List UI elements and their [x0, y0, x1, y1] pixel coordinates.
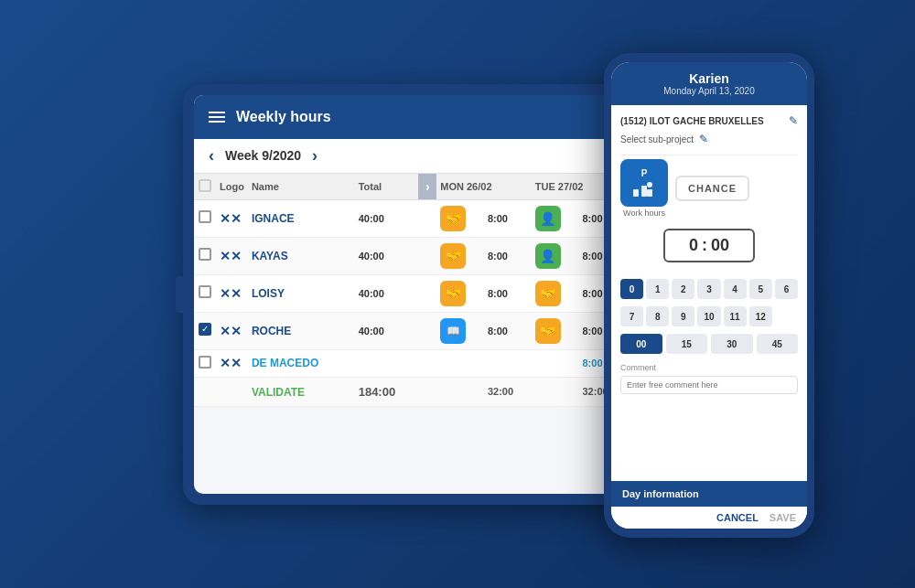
- hours-digit: 0: [689, 236, 698, 255]
- name-loisy: LOISY: [248, 274, 355, 312]
- hour-btn-0[interactable]: 0: [620, 279, 643, 299]
- tue-icon-ignace[interactable]: 👤: [535, 206, 561, 231]
- svg-rect-0: [633, 189, 639, 197]
- total-kayas: 40:00: [355, 237, 419, 274]
- expand-col[interactable]: ›: [418, 174, 436, 200]
- logo-kayas: ✕✕: [220, 249, 242, 263]
- row-checkbox-demacedo[interactable]: [199, 356, 211, 369]
- subproject-edit-icon[interactable]: ✎: [699, 133, 708, 145]
- logo-loisy: ✕✕: [220, 286, 242, 301]
- logo-ignace: ✕✕: [220, 211, 242, 226]
- hour-btn-3[interactable]: 3: [697, 279, 720, 299]
- minutes-digit: 00: [711, 236, 729, 255]
- phone-user-name: Karien: [622, 71, 796, 86]
- mon-hours-loisy: 8:00: [484, 274, 532, 312]
- tablet-header-left: Weekly hours: [209, 109, 331, 125]
- hour-btn-5[interactable]: 5: [749, 279, 772, 299]
- mon-icon-kayas[interactable]: 🤝: [440, 243, 466, 269]
- min-btn-15[interactable]: 15: [666, 334, 708, 354]
- min-btn-45[interactable]: 45: [757, 334, 799, 354]
- mon-hours-kayas: 8:00: [484, 237, 532, 274]
- next-week-button[interactable]: ›: [312, 146, 318, 166]
- name-roche: ROCHE: [248, 312, 355, 349]
- phone-header: Karien Monday April 13, 2020: [611, 62, 807, 105]
- hour-btn-1[interactable]: 1: [646, 279, 669, 299]
- chance-button[interactable]: CHANCE: [675, 176, 749, 201]
- hour-btn-10[interactable]: 10: [697, 306, 720, 326]
- hour-btn-9[interactable]: 9: [672, 306, 694, 326]
- hour-btn-12[interactable]: 12: [749, 306, 772, 326]
- tue-ignace: 👤: [535, 206, 576, 231]
- mon-hours-ignace: 8:00: [484, 199, 532, 237]
- mon-icon-loisy[interactable]: 🤝: [440, 281, 466, 306]
- name-demacedo: DE MACEDO: [248, 349, 355, 377]
- row-checkbox-ignace[interactable]: [199, 210, 211, 223]
- total-ignace: 40:00: [355, 199, 419, 237]
- hour-btn-6[interactable]: 6: [775, 279, 798, 299]
- logo-demacedo: ✕✕: [220, 356, 242, 370]
- minutes-pad: 00 15 30 45: [620, 334, 798, 354]
- save-button[interactable]: SAVE: [770, 512, 796, 523]
- tablet-side-button: [176, 276, 183, 313]
- validate-button[interactable]: VALIDATE: [252, 386, 305, 399]
- total-loisy: 40:00: [355, 274, 419, 312]
- phone-date: Monday April 13, 2020: [622, 86, 796, 96]
- mon-header: MON 26/02: [436, 174, 532, 200]
- tue-icon-roche[interactable]: 🤝: [535, 318, 561, 344]
- row-checkbox-kayas[interactable]: [199, 248, 211, 261]
- cancel-button[interactable]: CANCEL: [716, 512, 759, 523]
- project-name: (1512) ILOT GACHE BRUXELLES: [620, 116, 764, 126]
- phone-actions: CANCEL SAVE: [611, 507, 807, 529]
- total-roche: 40:00: [355, 312, 419, 349]
- comment-input[interactable]: [620, 376, 798, 394]
- logo-header: Logo: [216, 174, 248, 200]
- row-checkbox-roche[interactable]: [199, 323, 211, 336]
- comment-section: Comment: [620, 363, 798, 394]
- hour-btn-11[interactable]: 11: [724, 306, 747, 326]
- work-type-section: P Work hours CHANCE: [620, 159, 798, 218]
- phone-footer: Day information: [611, 481, 807, 507]
- phone-content: (1512) ILOT GACHE BRUXELLES ✎ Select sub…: [611, 105, 807, 481]
- hours-number-pad: 0 1 2 3 4 5 6: [620, 279, 798, 299]
- logo-roche: ✕✕: [220, 324, 242, 338]
- project-row: (1512) ILOT GACHE BRUXELLES ✎: [620, 114, 798, 127]
- project-edit-icon[interactable]: ✎: [789, 114, 798, 127]
- time-display: 0 : 00: [663, 229, 755, 262]
- prev-week-button[interactable]: ‹: [209, 146, 214, 166]
- work-hours-label: Work hours: [623, 208, 665, 218]
- day-info-label: Day information: [622, 488, 699, 499]
- mon-ignace: 🤝: [440, 206, 480, 231]
- subproject-label: Select sub-project: [620, 134, 694, 144]
- mon-hours-roche: 8:00: [484, 312, 532, 349]
- select-all-header: [194, 174, 216, 200]
- divider-1: [620, 155, 798, 155]
- min-btn-30[interactable]: 30: [711, 334, 753, 354]
- hamburger-menu[interactable]: [209, 112, 225, 123]
- work-type-icon[interactable]: P: [620, 159, 668, 207]
- total-demacedo: [355, 349, 419, 377]
- mon-icon-ignace[interactable]: 🤝: [440, 206, 466, 231]
- work-type-letter: P: [641, 168, 648, 178]
- week-label: Week 9/2020: [225, 148, 301, 163]
- hours-number-pad-2: 7 8 9 10 11 12: [620, 306, 798, 326]
- hour-btn-8[interactable]: 8: [646, 306, 669, 326]
- row-checkbox-loisy[interactable]: [199, 285, 211, 298]
- hour-btn-4[interactable]: 4: [724, 279, 747, 299]
- name-kayas: KAYAS: [248, 237, 355, 274]
- tablet-title: Weekly hours: [236, 109, 331, 125]
- svg-rect-1: [641, 186, 647, 197]
- comment-label: Comment: [620, 363, 798, 372]
- phone-screen: Karien Monday April 13, 2020 (1512) ILOT…: [611, 62, 807, 529]
- subproject-row: Select sub-project ✎: [620, 133, 798, 145]
- min-btn-00[interactable]: 00: [620, 334, 662, 354]
- name-header: Name: [248, 174, 355, 200]
- work-icon-svg: [631, 180, 657, 198]
- total-header: Total: [355, 174, 419, 200]
- hour-btn-2[interactable]: 2: [672, 279, 694, 299]
- svg-point-2: [647, 182, 652, 187]
- tue-icon-loisy[interactable]: 🤝: [535, 281, 561, 306]
- name-ignace: IGNACE: [248, 199, 355, 237]
- mon-icon-roche[interactable]: 📖: [440, 318, 466, 344]
- hour-btn-7[interactable]: 7: [620, 306, 643, 326]
- tue-icon-kayas[interactable]: 👤: [535, 243, 561, 269]
